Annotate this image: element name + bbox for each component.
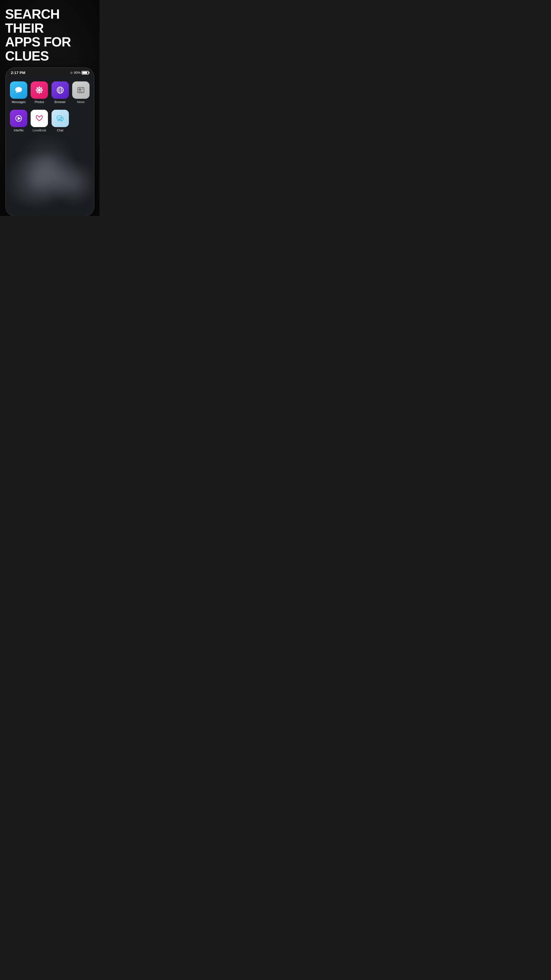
status-bar: 2:17 PM ⊘ 90%: [6, 68, 94, 76]
browser-icon: [56, 85, 65, 95]
status-right: ⊘ 90%: [70, 71, 89, 75]
chat-icon: [56, 114, 65, 123]
battery-body: [82, 71, 89, 75]
svg-point-31: [59, 118, 60, 118]
app-item-photos[interactable]: Photos: [29, 79, 50, 106]
app-label-lovebook: LoveBook: [33, 129, 46, 132]
svg-marker-25: [17, 117, 21, 120]
news-icon: [76, 85, 86, 95]
photos-icon: [35, 85, 44, 95]
svg-point-11: [36, 89, 38, 91]
svg-point-5: [39, 86, 40, 89]
status-time: 2:17 PM: [11, 70, 25, 75]
svg-point-30: [59, 118, 59, 118]
svg-point-0: [15, 87, 22, 92]
app-label-photos: Photos: [35, 100, 44, 104]
app-icon-news: [72, 81, 89, 99]
lovebook-icon: [35, 114, 44, 123]
app-item-chat[interactable]: Chat: [50, 107, 70, 134]
app-label-chat: Chat: [57, 129, 63, 132]
app-item-empty: [70, 107, 91, 134]
battery-icon: [82, 71, 89, 75]
app-item-interflix[interactable]: Interflix: [8, 107, 29, 134]
headline-text: SEARCH THEIR APPS FOR CLUES: [5, 7, 94, 63]
svg-point-4: [38, 89, 41, 92]
svg-marker-29: [61, 121, 62, 122]
app-item-browser[interactable]: Browser: [50, 79, 70, 106]
do-not-disturb-icon: ⊘: [70, 71, 73, 75]
messages-icon: [14, 85, 24, 95]
app-icon-photos: [30, 81, 48, 99]
app-icon-lovebook: [30, 110, 48, 127]
phone-frame: 2:17 PM ⊘ 90%: [6, 68, 94, 216]
app-item-lovebook[interactable]: LoveBook: [29, 107, 50, 134]
page-wrapper: SEARCH THEIR APPS FOR CLUES 2:17 PM ⊘ 90…: [0, 0, 100, 216]
svg-rect-19: [79, 89, 81, 91]
app-label-messages: Messages: [12, 100, 26, 104]
smoke-area: [6, 134, 94, 211]
phone-screen: Messages: [6, 76, 94, 216]
svg-point-32: [60, 118, 60, 118]
svg-point-9: [39, 92, 40, 94]
app-icon-browser: [52, 81, 69, 99]
app-item-messages[interactable]: Messages: [8, 79, 29, 106]
headline: SEARCH THEIR APPS FOR CLUES: [0, 0, 100, 68]
app-item-news[interactable]: News: [70, 79, 91, 106]
app-grid-row1: Messages: [6, 76, 94, 106]
svg-point-7: [41, 89, 43, 91]
app-label-interflix: Interflix: [14, 129, 24, 132]
app-label-news: News: [77, 100, 85, 104]
interflix-icon: [14, 114, 24, 123]
smoke-layer-4: [11, 134, 83, 190]
battery-fill: [83, 72, 87, 74]
app-icon-interflix: [10, 110, 27, 127]
app-grid-row2: Interflix LoveBook: [6, 106, 94, 134]
battery-percentage: 90%: [74, 71, 80, 75]
app-icon-chat: [52, 110, 69, 127]
app-icon-messages: [10, 81, 27, 99]
app-label-browser: Browser: [55, 100, 66, 104]
